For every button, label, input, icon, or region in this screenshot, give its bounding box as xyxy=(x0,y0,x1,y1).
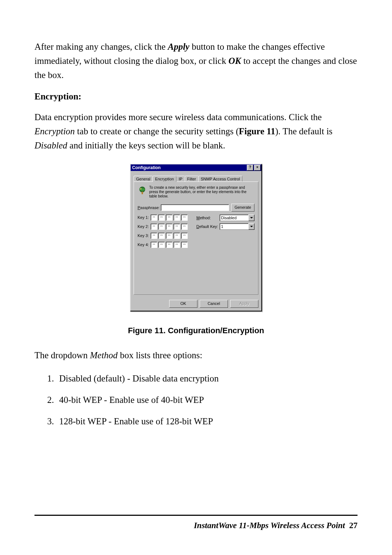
chevron-down-icon[interactable] xyxy=(248,223,254,230)
key1-cell[interactable]: ** xyxy=(166,215,172,221)
default-key-label: Default Key: xyxy=(196,224,220,229)
key1-cell[interactable]: ** xyxy=(181,215,188,221)
default-key-value: 1 xyxy=(220,223,248,230)
method-list: Disabled (default) - Disable data encryp… xyxy=(34,372,358,428)
tab-filter[interactable]: Filter xyxy=(185,176,199,182)
key1-cell[interactable]: ** xyxy=(158,215,165,221)
method-item-3: 128-bit WEP - Enable use of 128-bit WEP xyxy=(56,415,358,429)
key3-cell[interactable]: ** xyxy=(158,233,165,239)
ok-word: OK xyxy=(228,56,241,66)
dialog-tabs: General Encryption IP Filter SNMP Access… xyxy=(134,175,258,181)
default-key-combo[interactable]: 1 xyxy=(220,223,254,230)
method-label: Method: xyxy=(196,216,220,220)
dialog-instructions: To create a new security key, either ent… xyxy=(149,185,254,199)
footer-product: InstantWave 11-Mbps Wireless Access Poin… xyxy=(194,521,345,530)
encryption-tab-word: Encryption xyxy=(34,126,75,136)
tab-snmp-access-control[interactable]: SNMP Access Control xyxy=(198,176,242,182)
key4-cell[interactable]: ** xyxy=(166,242,172,248)
figure-ref: Figure 11 xyxy=(239,126,275,136)
key4-cell[interactable]: ** xyxy=(173,242,180,248)
key2-cell[interactable]: ** xyxy=(158,224,165,230)
key3-cell[interactable]: ** xyxy=(151,233,157,239)
tab-general[interactable]: General xyxy=(134,176,153,182)
apply-word: Apply xyxy=(168,42,189,52)
key2-cell[interactable]: ** xyxy=(173,224,180,230)
key2-label: Key 2: xyxy=(138,224,151,229)
key3-cell[interactable]: ** xyxy=(173,233,180,239)
figure-caption: Figure 11. Configuration/Encryption xyxy=(128,326,264,335)
keys-table: Key 1: ** ** ** ** ** Key 2: ** ** ** xyxy=(138,215,192,251)
chevron-down-icon[interactable] xyxy=(248,215,254,221)
svg-rect-1 xyxy=(142,192,143,194)
key3-cell[interactable]: ** xyxy=(181,233,188,239)
footer-rule xyxy=(34,515,358,516)
key4-cell[interactable]: ** xyxy=(151,242,157,248)
disabled-word: Disabled xyxy=(34,140,67,150)
method-combo[interactable]: Disabled xyxy=(220,215,254,221)
key1-cell[interactable]: ** xyxy=(173,215,180,221)
dialog-title: Configuration xyxy=(132,165,246,170)
tab-ip[interactable]: IP xyxy=(176,176,185,182)
key4-cell[interactable]: ** xyxy=(181,242,188,248)
key2-cell[interactable]: ** xyxy=(151,224,157,230)
intro-a: After making any changes, click the xyxy=(34,42,168,52)
key1-cell[interactable]: ** xyxy=(151,215,157,221)
svg-point-2 xyxy=(140,188,142,189)
method-value: Disabled xyxy=(220,215,248,221)
ok-button[interactable]: OK xyxy=(169,300,197,308)
configuration-dialog: Configuration ? × General Encryption IP … xyxy=(130,164,262,311)
dialog-titlebar[interactable]: Configuration ? × xyxy=(131,164,261,171)
key1-label: Key 1: xyxy=(138,215,151,220)
key4-label: Key 4: xyxy=(138,242,151,247)
key2-cell[interactable]: ** xyxy=(166,224,172,230)
key2-cell[interactable]: ** xyxy=(181,224,188,230)
footer-text: InstantWave 11-Mbps Wireless Access Poin… xyxy=(194,521,358,530)
intro-paragraph: After making any changes, click the Appl… xyxy=(34,40,358,82)
key-globe-icon xyxy=(138,185,147,195)
key3-label: Key 3: xyxy=(138,233,151,238)
help-button[interactable]: ? xyxy=(247,165,253,171)
method-item-2: 40-bit WEP - Enable use of 40-bit WEP xyxy=(56,393,358,407)
apply-button[interactable]: Apply xyxy=(230,300,258,308)
cancel-button[interactable]: Cancel xyxy=(200,300,228,308)
method-intro: The dropdown Method box lists three opti… xyxy=(34,348,358,363)
key4-cell[interactable]: ** xyxy=(158,242,165,248)
encryption-heading: Encryption: xyxy=(34,91,358,102)
close-button[interactable]: × xyxy=(254,165,261,171)
generate-button[interactable]: Generate xyxy=(231,204,254,212)
method-item-1: Disabled (default) - Disable data encryp… xyxy=(56,372,358,386)
encryption-paragraph: Data encryption provides more secure wir… xyxy=(34,110,358,152)
passphrase-input[interactable] xyxy=(161,204,229,211)
passphrase-label: Passphrase: xyxy=(138,205,161,210)
key3-cell[interactable]: ** xyxy=(166,233,172,239)
page-number: 27 xyxy=(349,521,358,530)
tab-panel-encryption: To create a new security key, either ent… xyxy=(134,181,258,295)
tab-encryption[interactable]: Encryption xyxy=(152,176,176,182)
